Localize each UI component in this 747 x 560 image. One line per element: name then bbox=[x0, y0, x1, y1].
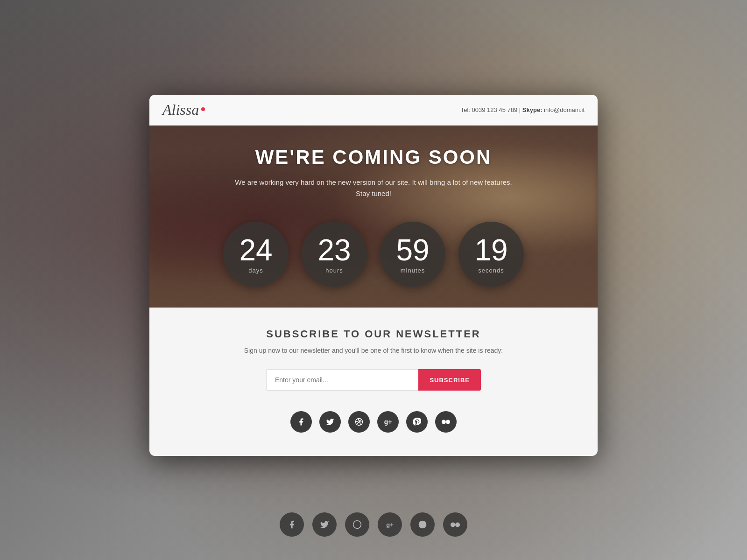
bg-social-flickr bbox=[443, 512, 467, 537]
countdown-hours: 23 hours bbox=[302, 222, 367, 287]
svg-point-5 bbox=[451, 522, 455, 527]
modal-container: Alissa Tel: 0039 123 45 789 | Skype: inf… bbox=[149, 95, 598, 456]
newsletter-title: SUBSCRIBE TO OUR NEWSLETTER bbox=[266, 328, 481, 340]
hero-title: WE'RE COMING SOON bbox=[255, 146, 492, 168]
email-input[interactable] bbox=[266, 369, 418, 391]
tel-number: 0039 123 45 789 bbox=[472, 106, 518, 113]
days-number: 24 bbox=[239, 235, 272, 265]
countdown-seconds: 19 seconds bbox=[458, 222, 524, 287]
subscribe-button[interactable]: SUBSCRIBE bbox=[418, 369, 481, 391]
bg-social-facebook bbox=[280, 512, 304, 537]
bg-social-dribbble bbox=[345, 512, 369, 537]
svg-point-6 bbox=[455, 522, 460, 527]
newsletter-section: SUBSCRIBE TO OUR NEWSLETTER Sign up now … bbox=[149, 308, 598, 456]
social-dribbble[interactable] bbox=[348, 411, 370, 433]
bg-social-pinterest bbox=[410, 512, 435, 537]
contact-info: Tel: 0039 123 45 789 | Skype: info@domai… bbox=[461, 106, 585, 113]
social-facebook[interactable] bbox=[290, 411, 312, 433]
social-pinterest[interactable] bbox=[406, 411, 428, 433]
hero-section: WE'RE COMING SOON We are working very ha… bbox=[149, 126, 598, 308]
brand-name: Alissa bbox=[162, 101, 199, 119]
svg-point-4 bbox=[419, 521, 427, 529]
days-label: days bbox=[248, 267, 263, 274]
social-icons-row: g+ bbox=[290, 411, 457, 433]
minutes-number: 59 bbox=[396, 235, 429, 265]
social-googleplus[interactable]: g+ bbox=[377, 411, 399, 433]
countdown-days: 24 days bbox=[223, 222, 289, 287]
subscribe-form: SUBSCRIBE bbox=[266, 369, 481, 391]
brand-logo: Alissa bbox=[162, 101, 205, 119]
hours-number: 23 bbox=[317, 235, 351, 265]
bg-social-gplus: g+ bbox=[378, 512, 402, 537]
bg-social-icons: g+ bbox=[280, 512, 467, 537]
bg-social-twitter bbox=[312, 512, 337, 537]
seconds-label: seconds bbox=[478, 267, 504, 274]
svg-point-3 bbox=[353, 521, 361, 529]
googleplus-icon: g+ bbox=[384, 418, 392, 426]
social-flickr[interactable] bbox=[435, 411, 457, 433]
brand-dot bbox=[201, 107, 205, 111]
skype-value: info@domain.it bbox=[544, 106, 585, 113]
countdown-minutes: 59 minutes bbox=[380, 222, 445, 287]
svg-point-2 bbox=[446, 420, 450, 424]
separator: | bbox=[519, 106, 521, 113]
hours-label: hours bbox=[325, 267, 343, 274]
hero-subtitle: We are working very hard on the new vers… bbox=[229, 177, 518, 199]
newsletter-description: Sign up now to our newsletter and you'll… bbox=[244, 347, 503, 354]
seconds-number: 19 bbox=[474, 235, 507, 265]
skype-label: Skype: bbox=[522, 106, 543, 113]
countdown-row: 24 days 23 hours 59 minutes 19 seconds bbox=[223, 222, 524, 287]
minutes-label: minutes bbox=[401, 267, 425, 274]
social-twitter[interactable] bbox=[319, 411, 341, 433]
modal-header: Alissa Tel: 0039 123 45 789 | Skype: inf… bbox=[149, 95, 598, 126]
tel-label: Tel: bbox=[461, 106, 470, 113]
svg-point-1 bbox=[442, 420, 446, 424]
